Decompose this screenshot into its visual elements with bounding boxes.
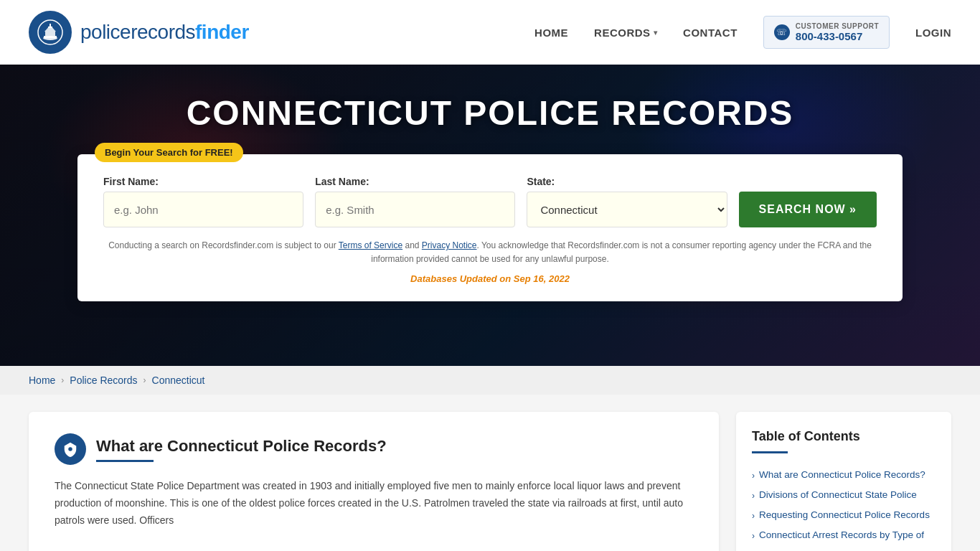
svg-point-6 (68, 447, 72, 451)
toc-underline (752, 451, 788, 453)
toc-link[interactable]: ›What are Connecticut Police Records? (752, 469, 936, 481)
breadcrumb: Home › Police Records › Connecticut (0, 366, 980, 395)
section-header: What are Connecticut Police Records? (55, 433, 693, 465)
hero-title: CONNECTICUT POLICE RECORDS (187, 93, 794, 133)
chevron-right-icon: › (752, 471, 755, 481)
chevron-down-icon: ▾ (654, 29, 658, 37)
toc-item: ›What are Connecticut Police Records? (752, 465, 936, 485)
breadcrumb-sep-2: › (143, 375, 146, 385)
section-title: What are Connecticut Police Records? (96, 437, 387, 456)
legal-text: Conducting a search on Recordsfinder.com… (103, 239, 877, 266)
customer-support-box[interactable]: ☏ CUSTOMER SUPPORT 800-433-0567 (763, 16, 890, 49)
main-content: What are Connecticut Police Records? The… (0, 395, 980, 551)
article-section: What are Connecticut Police Records? The… (29, 412, 719, 551)
state-label: State: (527, 176, 727, 187)
nav-contact[interactable]: CONTACT (683, 27, 738, 39)
toc-item: ›Divisions of Connecticut State Police (752, 485, 936, 505)
tos-link[interactable]: Terms of Service (339, 240, 402, 250)
first-name-group: First Name: (103, 176, 303, 227)
search-fields: First Name: Last Name: State: AlabamaAla… (103, 176, 877, 227)
toc-sidebar: Table of Contents ›What are Connecticut … (736, 412, 951, 551)
toc-link[interactable]: ›Connecticut Arrest Records by Type of (752, 529, 936, 541)
toc-list: ›What are Connecticut Police Records?›Di… (752, 465, 936, 545)
db-update-date: Sep 16, 2022 (514, 273, 570, 284)
last-name-group: Last Name: (315, 176, 515, 227)
svg-rect-4 (50, 24, 51, 27)
db-update: Databases Updated on Sep 16, 2022 (103, 273, 877, 284)
svg-rect-2 (44, 36, 57, 38)
svg-rect-5 (48, 27, 52, 28)
last-name-label: Last Name: (315, 176, 515, 187)
title-underline (96, 460, 154, 462)
toc-link[interactable]: ›Requesting Connecticut Police Records (752, 509, 936, 521)
main-nav: HOME RECORDS ▾ CONTACT ☏ CUSTOMER SUPPOR… (534, 16, 951, 49)
chevron-right-icon: › (752, 511, 755, 521)
logo-icon (29, 11, 72, 54)
hero-section: CONNECTICUT POLICE RECORDS Begin Your Se… (0, 65, 980, 366)
logo[interactable]: policerecordsfinder (29, 11, 249, 54)
toc-item: ›Requesting Connecticut Police Records (752, 505, 936, 525)
breadcrumb-police-records[interactable]: Police Records (70, 375, 137, 386)
last-name-input[interactable] (315, 192, 515, 227)
svg-rect-3 (45, 32, 55, 36)
state-select[interactable]: AlabamaAlaskaArizonaArkansasCaliforniaCo… (527, 192, 727, 227)
toc-link[interactable]: ›Divisions of Connecticut State Police (752, 489, 936, 501)
search-box: Begin Your Search for FREE! First Name: … (77, 154, 903, 301)
toc-item: ›Connecticut Arrest Records by Type of (752, 525, 936, 545)
phone-icon: ☏ (774, 24, 790, 40)
breadcrumb-current: Connecticut (152, 375, 205, 386)
free-badge: Begin Your Search for FREE! (95, 143, 243, 162)
first-name-label: First Name: (103, 176, 303, 187)
breadcrumb-home[interactable]: Home (29, 375, 55, 386)
section-body: The Connecticut State Police Department … (55, 478, 693, 529)
toc-box: Table of Contents ›What are Connecticut … (736, 412, 951, 551)
privacy-link[interactable]: Privacy Notice (422, 240, 477, 250)
nav-home[interactable]: HOME (534, 27, 568, 39)
support-number: 800-433-0567 (796, 30, 879, 42)
support-label: CUSTOMER SUPPORT (796, 22, 879, 30)
first-name-input[interactable] (103, 192, 303, 227)
nav-records[interactable]: RECORDS ▾ (594, 27, 657, 39)
chevron-right-icon: › (752, 491, 755, 501)
breadcrumb-sep-1: › (61, 375, 64, 385)
chevron-right-icon: › (752, 531, 755, 541)
badge-icon (55, 433, 86, 465)
state-group: State: AlabamaAlaskaArizonaArkansasCalif… (527, 176, 727, 227)
logo-text: policerecordsfinder (80, 21, 249, 44)
nav-login[interactable]: LOGIN (915, 27, 951, 39)
site-header: policerecordsfinder HOME RECORDS ▾ CONTA… (0, 0, 980, 65)
toc-title: Table of Contents (752, 429, 936, 444)
search-button[interactable]: SEARCH NOW » (739, 192, 877, 227)
